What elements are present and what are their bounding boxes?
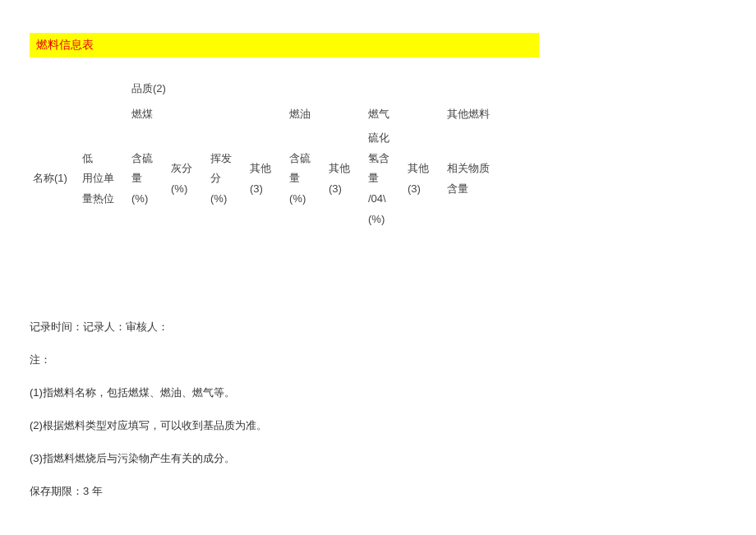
record-line: 记录时间：记录人：审核人： <box>30 320 726 334</box>
gas-group-header: 燃气 <box>365 100 404 128</box>
quality-header: 品质(2) <box>128 77 207 100</box>
col-name: 名称(1) <box>33 168 67 189</box>
retention-period: 保存期限：3 年 <box>30 484 726 499</box>
oil-group-header: 燃油 <box>286 100 325 128</box>
col-other-2: 其他(3) <box>329 159 350 199</box>
note-label: 注： <box>30 353 726 367</box>
footer-notes: 记录时间：记录人：审核人： 注： (1)指燃料名称，包括燃煤、燃油、燃气等。 (… <box>30 320 726 499</box>
col-sulfur-coal: 含硫量(%) <box>131 149 153 210</box>
page-title-bar: 燃料信息表 <box>30 33 539 58</box>
col-volatile: 挥发分(%) <box>210 149 232 210</box>
col-h2s: 硫化氢含量/04\(%) <box>368 128 390 229</box>
col-other-fuel-substance: 相关物质含量 <box>447 159 490 199</box>
other-fuel-group-header: 其他燃料 <box>444 100 509 128</box>
fuel-table-header: 品质(2) 燃煤 燃油 燃气 其他燃料 名称(1) 低用位单量热位 <box>30 77 726 229</box>
note-3: (3)指燃料燃烧后与污染物产生有关的成分。 <box>30 451 726 466</box>
col-ash: 灰分(%) <box>171 159 192 199</box>
col-usage: 低用位单量热位 <box>82 149 114 210</box>
note-2: (2)根据燃料类型对应填写，可以收到基品质为准。 <box>30 418 726 433</box>
col-sulfur-oil: 含硫量(%) <box>289 149 311 210</box>
note-1: (1)指燃料名称，包括燃煤、燃油、燃气等。 <box>30 385 726 400</box>
col-other-3: 其他(3) <box>408 159 429 199</box>
page-title: 燃料信息表 <box>36 38 94 51</box>
col-other-1: 其他(3) <box>250 159 271 199</box>
column-header-table: 品质(2) 燃煤 燃油 燃气 其他燃料 名称(1) 低用位单量热位 <box>30 77 509 229</box>
coal-group-header: 燃煤 <box>128 100 168 128</box>
